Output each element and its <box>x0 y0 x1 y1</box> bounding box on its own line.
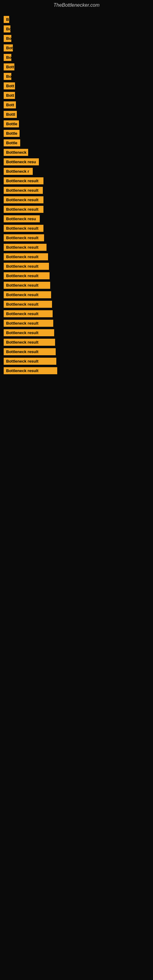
bottleneck-label: Bottleneck result <box>4 367 57 374</box>
bottleneck-label: Bo <box>4 35 11 42</box>
bottleneck-label: Bottleneck result <box>4 310 53 317</box>
list-item: Bottleneck result <box>4 310 149 317</box>
bottleneck-label: Bottleneck resu <box>4 215 40 222</box>
list-item: Bottleneck <box>4 149 149 156</box>
list-item: Bottl <box>4 111 149 118</box>
bottleneck-label: Bottl <box>4 111 17 118</box>
list-item: Bottleneck result <box>4 339 149 346</box>
bottleneck-label: Bottleneck result <box>4 263 49 270</box>
list-item: Bottleneck result <box>4 358 149 365</box>
bottleneck-label: Bottleneck result <box>4 187 43 194</box>
bottleneck-label: Bot <box>4 45 13 51</box>
list-item: Bottleneck r <box>4 168 149 175</box>
bottleneck-label: Bottleneck result <box>4 196 43 204</box>
list-item: Bo <box>4 25 149 32</box>
items-container: BBoBoBotBoBottBoBottBottBottBottlBottleB… <box>0 10 153 380</box>
bottleneck-label: Bottleneck result <box>4 244 46 251</box>
list-item: Bot <box>4 45 149 51</box>
bottleneck-label: Bottleneck <box>4 149 28 156</box>
list-item: Bottleneck result <box>4 329 149 336</box>
site-title: TheBottlenecker.com <box>0 0 153 10</box>
list-item: Bott <box>4 92 149 99</box>
bottleneck-label: Bottleneck result <box>4 291 51 298</box>
bottleneck-label: Bott <box>4 92 15 99</box>
list-item: Bottleneck result <box>4 367 149 374</box>
bottleneck-label: Bo <box>4 54 11 61</box>
bottleneck-label: Bottle <box>4 139 20 146</box>
list-item: Bottleneck result <box>4 196 149 204</box>
bottleneck-label: Bottleneck result <box>4 206 43 213</box>
bottleneck-label: Bottleneck resu <box>4 158 39 165</box>
bottleneck-label: Bo <box>4 73 11 80</box>
list-item: Bo <box>4 54 149 61</box>
bottleneck-label: Bottleneck result <box>4 301 52 308</box>
list-item: Bottleneck result <box>4 244 149 251</box>
list-item: Bottle <box>4 120 149 127</box>
list-item: Bottleneck resu <box>4 158 149 165</box>
list-item: Bottleneck result <box>4 272 149 279</box>
bottleneck-label: Bottle <box>4 130 19 137</box>
bottleneck-label: Bottleneck result <box>4 339 55 346</box>
bottleneck-label: Bottleneck result <box>4 329 54 336</box>
list-item: Bottleneck result <box>4 320 149 327</box>
bottleneck-label: Bott <box>4 64 14 70</box>
list-item: Bottleneck result <box>4 348 149 355</box>
list-item: Bottleneck result <box>4 282 149 289</box>
list-item: Bottle <box>4 139 149 146</box>
list-item: Bottle <box>4 130 149 137</box>
list-item: Bottleneck result <box>4 291 149 298</box>
list-item: Bottleneck result <box>4 225 149 232</box>
bottleneck-label: Bottleneck result <box>4 234 44 241</box>
list-item: Bottleneck result <box>4 253 149 260</box>
bottleneck-label: Bottleneck r <box>4 168 33 175</box>
bottleneck-label: Bottleneck result <box>4 348 56 355</box>
list-item: Bottleneck result <box>4 187 149 194</box>
bottleneck-label: Bott <box>4 101 16 108</box>
bottleneck-label: Bottleneck result <box>4 282 50 289</box>
list-item: Bottleneck resu <box>4 215 149 222</box>
list-item: Bottleneck result <box>4 234 149 241</box>
list-item: Bott <box>4 101 149 108</box>
list-item: Bottleneck result <box>4 301 149 308</box>
bottleneck-label: Bo <box>4 25 10 32</box>
bottleneck-label: Bottleneck result <box>4 225 43 232</box>
list-item: Bott <box>4 64 149 70</box>
bottleneck-label: Bottleneck result <box>4 358 56 365</box>
list-item: Bottleneck result <box>4 177 149 185</box>
list-item: Bottleneck result <box>4 206 149 213</box>
list-item: B <box>4 16 149 23</box>
list-item: Bott <box>4 83 149 89</box>
bottleneck-label: B <box>4 16 9 23</box>
bottleneck-label: Bottleneck result <box>4 272 49 279</box>
list-item: Bo <box>4 35 149 42</box>
bottleneck-label: Bottleneck result <box>4 177 43 185</box>
bottleneck-label: Bottle <box>4 120 19 127</box>
bottleneck-label: Bottleneck result <box>4 253 48 260</box>
bottleneck-label: Bottleneck result <box>4 320 53 327</box>
list-item: Bo <box>4 73 149 80</box>
list-item: Bottleneck result <box>4 263 149 270</box>
bottleneck-label: Bott <box>4 83 15 89</box>
